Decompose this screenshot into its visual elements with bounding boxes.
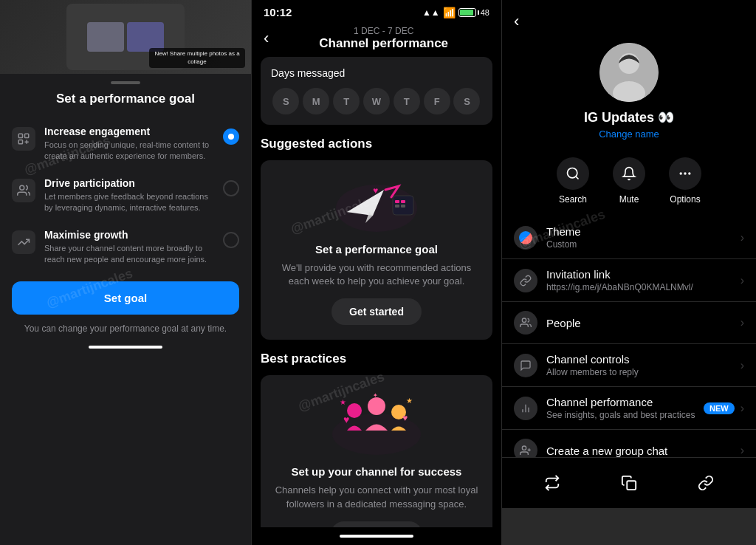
svg-point-3 xyxy=(20,185,24,190)
invitation-subtitle: https://ig.me/j/AbaNBnQ0KMALNMvl/ xyxy=(546,282,740,292)
wifi-icon: 📶 xyxy=(443,7,456,18)
create-group-icon xyxy=(514,439,537,457)
svg-text:♥: ♥ xyxy=(373,185,378,196)
date-range: 1 DEC - 7 DEC xyxy=(278,26,489,36)
engagement-desc: Focus on sending unique, real-time conte… xyxy=(44,140,214,162)
people-text: People xyxy=(546,317,740,329)
options-icon xyxy=(669,157,701,190)
best-card-title: Set up your channel for success xyxy=(292,465,462,478)
page-title: Set a performance goal xyxy=(0,89,251,118)
channel-name: IG Updates 👀 xyxy=(584,109,674,126)
chevron-right-icon: › xyxy=(740,402,744,415)
link-icon xyxy=(514,269,537,292)
avatar xyxy=(599,43,659,102)
set-goal-button[interactable]: Set goal xyxy=(12,281,239,315)
chevron-right-icon: › xyxy=(740,274,744,287)
controls-subtitle: Allow members to reply xyxy=(546,367,740,377)
performance-title: Channel performance xyxy=(546,396,704,408)
day-M: M xyxy=(303,88,329,114)
svg-point-32 xyxy=(522,446,526,450)
participation-icon xyxy=(12,179,35,202)
engagement-text: Increase engagement Focus on sending uni… xyxy=(44,126,214,162)
panel-channel-settings: ‹ IG Updates 👀 Change name Search xyxy=(502,0,756,545)
menu-item-channel-performance[interactable]: Channel performance See insights, goals … xyxy=(502,387,756,430)
goal-option-increase-engagement[interactable]: Increase engagement Focus on sending uni… xyxy=(0,118,251,170)
link-copy-icon[interactable] xyxy=(690,467,722,499)
svg-text:★: ★ xyxy=(406,397,413,405)
mute-icon xyxy=(613,157,645,190)
engagement-radio[interactable] xyxy=(223,128,239,145)
goal-option-maximise-growth[interactable]: Maximise growth Share your channel conte… xyxy=(0,222,251,273)
growth-icon xyxy=(12,230,35,254)
svg-point-28 xyxy=(522,318,526,322)
svg-line-24 xyxy=(576,176,579,179)
svg-rect-1 xyxy=(25,134,29,137)
growth-radio[interactable] xyxy=(223,232,239,248)
day-F: F xyxy=(424,88,450,114)
change-name-link[interactable]: Change name xyxy=(599,128,659,140)
back-row: ‹ xyxy=(502,0,756,37)
theme-subtitle: Custom xyxy=(546,239,740,250)
svg-point-13 xyxy=(368,397,385,415)
chevron-right-icon: › xyxy=(740,444,744,457)
menu-item-invitation[interactable]: Invitation link https://ig.me/j/AbaNBnQ0… xyxy=(502,259,756,302)
growth-text: Maximise growth Share your channel conte… xyxy=(44,229,214,266)
days-label: Days messaged xyxy=(271,67,482,79)
performance-text: Channel performance See insights, goals … xyxy=(546,396,704,420)
bottom-indicator xyxy=(89,346,162,349)
svg-rect-7 xyxy=(401,200,405,203)
goal-option-drive-participation[interactable]: Drive participation Let members give fee… xyxy=(0,170,251,222)
participation-title: Drive participation xyxy=(44,177,214,189)
status-bar: 10:12 ▲▲ 📶 48 xyxy=(252,0,501,21)
header: 1 DEC - 7 DEC Channel performance xyxy=(278,26,489,51)
search-label: Search xyxy=(559,194,587,205)
bottom-indicator xyxy=(340,535,413,538)
invitation-title: Invitation link xyxy=(546,268,740,281)
day-T2: T xyxy=(394,88,420,114)
get-started-button[interactable]: Get started xyxy=(331,298,422,325)
day-S1: S xyxy=(272,88,299,114)
svg-rect-37 xyxy=(627,481,636,490)
content-area: Days messaged S M T W T F S Suggested ac… xyxy=(252,57,501,527)
engagement-title: Increase engagement xyxy=(44,126,214,137)
suggested-actions-title: Suggested actions xyxy=(261,137,492,151)
create-group-text: Create a new group chat xyxy=(546,445,740,457)
copy-icon[interactable] xyxy=(613,467,645,499)
svg-text:✦: ✦ xyxy=(373,392,378,399)
svg-rect-0 xyxy=(18,134,22,137)
nav-bar: ‹ 1 DEC - 7 DEC Channel performance xyxy=(252,21,501,57)
controls-icon xyxy=(514,354,537,377)
back-button[interactable]: ‹ xyxy=(264,29,269,48)
mute-action[interactable]: Mute xyxy=(613,157,645,205)
status-icons: ▲▲ 📶 48 xyxy=(422,7,489,18)
learn-more-button[interactable]: Learn more xyxy=(331,521,422,527)
svg-point-27 xyxy=(688,172,690,174)
search-action[interactable]: Search xyxy=(557,157,589,205)
back-button[interactable]: ‹ xyxy=(514,12,519,30)
chevron-right-icon: › xyxy=(740,231,744,244)
participation-text: Drive participation Let members give fee… xyxy=(44,177,214,214)
menu-item-channel-controls[interactable]: Channel controls Allow members to reply … xyxy=(502,344,756,387)
performance-icon xyxy=(514,397,537,420)
best-practices-title: Best practices xyxy=(261,352,492,366)
battery-icon xyxy=(458,8,476,17)
svg-point-25 xyxy=(680,172,682,174)
share-icon[interactable] xyxy=(536,467,568,499)
theme-title: Theme xyxy=(546,225,740,238)
participation-desc: Let members give feedback beyond reactio… xyxy=(44,191,214,214)
menu-item-people[interactable]: People › xyxy=(502,302,756,344)
signal-icon: ▲▲ xyxy=(422,7,440,18)
mute-label: Mute xyxy=(619,194,639,205)
menu-item-theme[interactable]: Theme Custom › xyxy=(502,216,756,259)
people-icon xyxy=(514,311,537,335)
options-action[interactable]: Options xyxy=(669,157,701,205)
controls-text: Channel controls Allow members to reply xyxy=(546,353,740,377)
svg-point-23 xyxy=(568,168,577,178)
menu-item-create-group[interactable]: Create a new group chat › xyxy=(502,430,756,457)
avatar-section: IG Updates 👀 Change name xyxy=(502,37,756,151)
svg-rect-8 xyxy=(395,205,399,208)
growth-title: Maximise growth xyxy=(44,229,214,241)
panel-performance-goal: New! Share multiple photos as a collage … xyxy=(0,0,251,545)
svg-rect-9 xyxy=(401,205,405,208)
participation-radio[interactable] xyxy=(223,180,239,196)
